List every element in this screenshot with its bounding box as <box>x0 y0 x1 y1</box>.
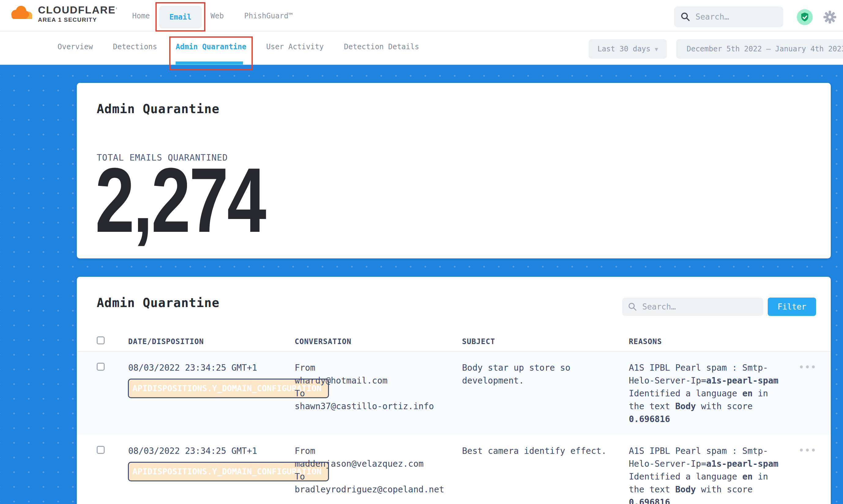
security-status-icon[interactable] <box>797 9 813 25</box>
cloudflare-cloud-icon <box>9 4 34 21</box>
page-background: Admin Quarantine TOTAL EMAILS QUARANTINE… <box>0 65 843 504</box>
table-row: 08/03/2022 23:34:25 GMT+1 APIDISPOSITION… <box>77 435 831 504</box>
total-quarantined-value: 2,274 <box>95 154 316 246</box>
column-header-date: DATE/DISPOSITION <box>128 337 204 346</box>
row-actions-menu-icon[interactable]: ••• <box>799 363 817 372</box>
quarantine-table-card: Admin Quarantine Filter DATE/DISPOSITION… <box>77 277 831 504</box>
row-subject: Best camera identify effect. <box>462 445 607 457</box>
from-label: From <box>295 445 444 457</box>
tab-user-activity[interactable]: User Activity <box>266 42 324 51</box>
search-icon <box>628 302 637 312</box>
tab-detections[interactable]: Detections <box>113 42 157 51</box>
to-label: To <box>295 470 444 483</box>
chevron-down-icon: ▼ <box>655 46 658 52</box>
logo-subtitle: AREA 1 SECURITY <box>38 16 118 24</box>
date-range-text: December 5th 2022 — January 4th 2023 <box>687 44 843 53</box>
row-date: 08/03/2022 23:34:25 GMT+1 <box>128 361 257 374</box>
row-subject: Body star up store sodevelopment. <box>462 361 570 387</box>
tab-detection-details[interactable]: Detection Details <box>344 42 419 51</box>
time-range-label: Last 30 days <box>597 44 650 53</box>
quarantine-stats-card: Admin Quarantine TOTAL EMAILS QUARANTINE… <box>77 83 831 258</box>
global-search-input[interactable] <box>696 12 777 21</box>
active-tab-indicator <box>176 61 243 65</box>
table-search-input[interactable] <box>642 302 758 311</box>
row-conversation: From maddenjason@velazquez.com To bradle… <box>295 445 444 496</box>
column-header-reasons: REASONS <box>629 337 662 346</box>
tab-overview[interactable]: Overview <box>57 42 93 51</box>
nav-item-email[interactable]: Email <box>159 6 201 29</box>
row-date: 08/03/2022 23:34:25 GMT+1 <box>128 445 257 457</box>
filter-button[interactable]: Filter <box>768 298 816 316</box>
nav-item-home[interactable]: Home <box>132 12 150 20</box>
top-header: CLOUDFLARE’ AREA 1 SECURITY Home Email W… <box>0 0 843 32</box>
global-search[interactable] <box>674 6 783 27</box>
email-section-tabs: Overview Detections Admin Quarantine Use… <box>0 32 843 65</box>
time-range-dropdown[interactable]: Last 30 days ▼ <box>589 39 667 59</box>
row-reasons: A1S IPBL Pearl spam : Smtp-Helo-Server-I… <box>629 361 778 426</box>
table-search[interactable] <box>622 298 763 316</box>
column-header-conversation: CONVERSATION <box>295 337 351 346</box>
cloudflare-logo: CLOUDFLARE’ AREA 1 SECURITY <box>9 4 118 24</box>
search-icon <box>680 12 691 22</box>
stats-card-title: Admin Quarantine <box>97 102 219 116</box>
tab-admin-quarantine[interactable]: Admin Quarantine <box>176 42 246 51</box>
logo-brand-text: CLOUDFLARE <box>38 4 116 16</box>
row-conversation: From whardy@hotmail.com To shawn37@casti… <box>295 361 434 413</box>
to-address: bradleyrodriguez@copeland.net <box>295 483 444 496</box>
column-header-subject: SUBJECT <box>462 337 495 346</box>
from-label: From <box>295 361 434 374</box>
to-label: To <box>295 387 434 400</box>
row-reasons: A1S IPBL Pearl spam : Smtp-Helo-Server-I… <box>629 445 778 504</box>
to-address: shawn37@castillo-ortiz.info <box>295 400 434 413</box>
date-range-display[interactable]: December 5th 2022 — January 4th 2023 <box>676 39 843 59</box>
table-card-title: Admin Quarantine <box>97 296 219 310</box>
logo-trademark: ’ <box>116 7 118 12</box>
nav-item-phishguard[interactable]: PhishGuard™ <box>244 12 293 20</box>
settings-gear-icon[interactable] <box>823 11 837 24</box>
row-checkbox[interactable] <box>97 363 105 371</box>
row-checkbox[interactable] <box>97 446 105 454</box>
from-address: whardy@hotmail.com <box>295 374 434 387</box>
table-row: 08/03/2022 23:34:25 GMT+1 APIDISPOSITION… <box>77 352 831 435</box>
row-actions-menu-icon[interactable]: ••• <box>799 446 817 455</box>
select-all-checkbox[interactable] <box>97 337 105 344</box>
from-address: maddenjason@velazquez.com <box>295 457 444 470</box>
nav-item-web[interactable]: Web <box>211 12 224 20</box>
